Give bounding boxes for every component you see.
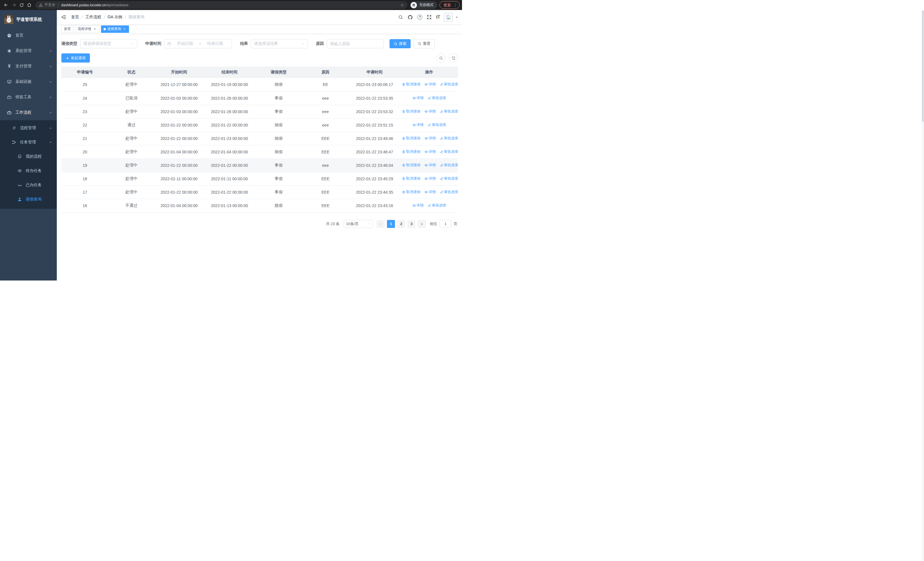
- url-text: dashboard.yudao.iocoder.cn/bpm/oa/leave: [62, 3, 129, 7]
- approval-progress-link[interactable]: 审批进度: [440, 163, 458, 168]
- cell-start-time: 2022-01-22 00:00:00: [154, 132, 204, 145]
- page-button-2[interactable]: 2: [397, 220, 405, 228]
- next-page-button[interactable]: ›: [418, 220, 426, 228]
- tab-process-detail[interactable]: 流程详情 ×: [75, 26, 99, 33]
- approval-progress-link[interactable]: 审批进度: [428, 123, 446, 127]
- back-icon[interactable]: [2, 1, 10, 9]
- detail-link[interactable]: 详情: [424, 82, 436, 87]
- detail-link[interactable]: 详情: [412, 123, 424, 127]
- table-row: 22 通过 2022-01-22 00:00:00 2022-01-22 00:…: [62, 118, 458, 132]
- prev-page-button[interactable]: ‹: [376, 220, 385, 228]
- search-icon[interactable]: [398, 15, 403, 20]
- fullscreen-icon[interactable]: [427, 15, 432, 20]
- tab-leave-query[interactable]: 请假查询 ×: [101, 26, 129, 33]
- approval-progress-link[interactable]: 审批进度: [440, 136, 458, 141]
- forward-icon[interactable]: [10, 1, 18, 9]
- approval-progress-link[interactable]: 审批进度: [428, 203, 446, 208]
- close-icon[interactable]: ×: [93, 27, 97, 31]
- cell-actions: 取消请假 详情 审批进度: [400, 78, 458, 92]
- browser-menu-icon[interactable]: ⋮: [453, 3, 458, 8]
- font-size-icon[interactable]: tT: [436, 15, 440, 20]
- reason-label: 原因: [316, 41, 324, 46]
- page-size-select[interactable]: 10条/页: [344, 220, 373, 228]
- cancel-leave-link[interactable]: 取消请假: [402, 109, 420, 114]
- sidebar-item-system[interactable]: 系统管理: [0, 43, 57, 59]
- help-icon[interactable]: ?: [417, 15, 422, 20]
- reset-button[interactable]: 重置: [414, 39, 435, 48]
- cancel-leave-link[interactable]: 取消请假: [402, 163, 420, 168]
- detail-link[interactable]: 详情: [412, 203, 424, 208]
- reason-input[interactable]: [330, 41, 381, 46]
- result-select[interactable]: 请选择流结果: [251, 39, 308, 48]
- detail-link[interactable]: 详情: [412, 96, 424, 101]
- avatar-caret-icon[interactable]: ▾: [456, 15, 458, 19]
- sidebar-item-workflow[interactable]: 工作流程: [0, 105, 57, 120]
- bookmark-star-icon[interactable]: ☆: [400, 3, 404, 8]
- cancel-leave-link[interactable]: 取消请假: [402, 82, 420, 87]
- sidebar-item-payment[interactable]: ¥ 支付管理: [0, 59, 57, 74]
- list-icon: [11, 126, 16, 130]
- date-separator: -: [199, 41, 201, 46]
- approval-progress-link[interactable]: 审批进度: [428, 96, 446, 101]
- sidebar-item-dev-tools[interactable]: 研发工具: [0, 89, 57, 105]
- goto-page-input[interactable]: [440, 220, 452, 228]
- detail-link[interactable]: 详情: [424, 163, 436, 168]
- sidebar-item-task-management[interactable]: 任务管理: [0, 135, 57, 149]
- cell-actions: 取消请假 详情 审批进度: [400, 185, 458, 199]
- cell-reason: eee: [302, 158, 349, 172]
- create-leave-button[interactable]: 发起请假: [62, 53, 90, 63]
- update-label: 更新: [444, 3, 451, 8]
- detail-link[interactable]: 详情: [424, 149, 436, 154]
- apply-time-range-picker[interactable]: 开始日期 - 结束日期: [164, 39, 232, 48]
- search-button[interactable]: 搜索: [390, 39, 411, 48]
- breadcrumb-home[interactable]: 首页: [71, 15, 79, 20]
- sidebar-toggle-icon[interactable]: [62, 15, 66, 20]
- detail-link[interactable]: 详情: [424, 176, 436, 181]
- col-actions: 操作: [400, 66, 458, 78]
- leave-type-select[interactable]: 请选择请假类型: [80, 39, 137, 48]
- sidebar-item-todo-tasks[interactable]: 待办任务: [0, 164, 57, 178]
- detail-link[interactable]: 详情: [424, 109, 436, 114]
- approval-progress-link[interactable]: 审批进度: [440, 190, 458, 194]
- reset-button-label: 重置: [423, 41, 430, 46]
- page-button-3[interactable]: 3: [408, 220, 416, 228]
- detail-link[interactable]: 详情: [424, 190, 436, 194]
- cancel-leave-link[interactable]: 取消请假: [402, 136, 420, 141]
- sidebar-item-my-process[interactable]: 我的流程: [0, 149, 57, 164]
- approval-progress-link[interactable]: 审批进度: [440, 82, 458, 87]
- tab-home[interactable]: 首页: [62, 26, 74, 33]
- detail-link[interactable]: 详情: [424, 136, 436, 141]
- cell-actions: 取消请假 详情 审批进度: [400, 158, 458, 172]
- cell-reason: EEE: [302, 172, 349, 185]
- sidebar-item-done-tasks[interactable]: 已办任务: [0, 178, 57, 192]
- sidebar-item-home[interactable]: 首页: [0, 28, 57, 43]
- cancel-leave-link[interactable]: 取消请假: [402, 176, 420, 181]
- avatar[interactable]: [444, 13, 453, 21]
- chevron-down-icon: [49, 96, 52, 99]
- gear-icon: [7, 48, 12, 53]
- sidebar-item-label: 工作流程: [15, 110, 32, 115]
- show-search-toggle-button[interactable]: [436, 53, 446, 63]
- cancel-leave-link[interactable]: 取消请假: [402, 190, 420, 194]
- github-icon[interactable]: [408, 15, 413, 20]
- cell-status: 处理中: [108, 158, 154, 172]
- approval-progress-link[interactable]: 审批进度: [440, 149, 458, 154]
- divider: [58, 3, 58, 7]
- robot-icon: [17, 154, 22, 159]
- approval-progress-link[interactable]: 审批进度: [440, 176, 458, 181]
- sidebar-item-infrastructure[interactable]: 基础设施: [0, 74, 57, 89]
- home-icon[interactable]: [26, 1, 33, 9]
- approval-progress-link[interactable]: 审批进度: [440, 109, 458, 114]
- page-button-1[interactable]: 1: [387, 220, 395, 228]
- url-bar[interactable]: 不安全 dashboard.yudao.iocoder.cn/bpm/oa/le…: [35, 1, 408, 9]
- eye-closed-icon: [17, 183, 22, 187]
- sidebar-item-process-management[interactable]: 流程管理: [0, 121, 57, 135]
- cancel-leave-link[interactable]: 取消请假: [402, 149, 420, 154]
- close-icon[interactable]: ×: [122, 27, 126, 31]
- goto-label: 前往: [430, 221, 437, 227]
- update-button[interactable]: 更新 ⋮: [440, 1, 460, 9]
- refresh-button[interactable]: [449, 53, 458, 63]
- sidebar-item-leave-query[interactable]: 请假查询: [0, 192, 57, 206]
- select-placeholder: 请选择流结果: [254, 41, 278, 46]
- reload-icon[interactable]: [18, 1, 26, 9]
